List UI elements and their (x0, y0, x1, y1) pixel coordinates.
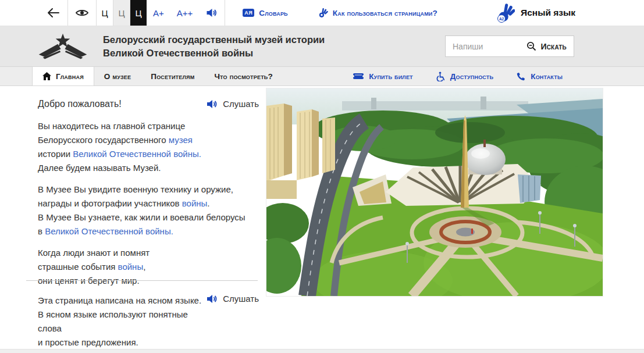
dictionary-ay-icon: АЯ (243, 9, 254, 17)
text-line: В Музее Вы увидите военную технику и ору… (38, 183, 259, 197)
site-header: Белорусский государственный музей истори… (0, 26, 644, 67)
read-aloud-button[interactable] (199, 0, 225, 26)
nav-actions: Купить билет Доступность Контакты (341, 67, 574, 85)
accessibility-link[interactable]: Доступность (425, 67, 505, 85)
nav-item-what-to-see[interactable]: Что посмотреть? (204, 67, 283, 85)
text-line: В ясном языке используют понятные слова (38, 308, 207, 336)
font-size-plus-plus-button[interactable]: A++ (170, 0, 200, 26)
text-line: Эта страница написана на ясном языке. (38, 294, 207, 308)
home-icon (42, 72, 51, 80)
speaker-icon (207, 294, 218, 304)
text-segment: Когда люди знают и помнят (38, 248, 150, 258)
listen-label: Слушать (223, 294, 259, 304)
text-segment: , (143, 262, 145, 272)
text-line: в Великой Отечественной войны. (38, 224, 259, 238)
listen-button-welcome[interactable]: Слушать (207, 99, 259, 109)
text-line: Белорусского государственного музея (38, 133, 259, 147)
text-segment: В Музее Вы увидите военную технику и ору… (38, 184, 233, 194)
accessibility-toolbar: Ц Ц Ц A+ A++ АЯ Словарь Как пользоваться… (0, 0, 644, 26)
site-title: Белорусский государственный музей истори… (103, 33, 325, 60)
contacts-link[interactable]: Контакты (505, 67, 574, 85)
nav-item-about[interactable]: О музее (94, 67, 141, 85)
inline-link[interactable]: музея (169, 135, 193, 145)
clear-language-paragraph: Эта страница написана на ясном языке.В я… (38, 294, 207, 353)
inline-link[interactable]: Великой Отечественной войны. (73, 149, 201, 159)
text-line: Вы находитесь на главной странице (38, 119, 259, 133)
clear-language-brand: А2 Ясный язык (497, 0, 575, 26)
text-segment: . (207, 198, 209, 208)
main-content: Добро пожаловать! Слушать Вы находитесь … (0, 86, 644, 349)
search-button-label: Искать (540, 42, 567, 51)
section-divider (26, 280, 258, 281)
nav-home-label: Главная (56, 72, 84, 81)
accessibility-label: Доступность (450, 72, 493, 81)
text-segment: Эта страница написана на ясном языке. (38, 295, 201, 305)
text-line: они ценят и берегут мир. (38, 274, 259, 288)
text-segment: Белорусского государственного (38, 135, 169, 145)
dictionary-link[interactable]: АЯ Словарь (233, 0, 297, 26)
text-line: страшные события войны, (38, 260, 259, 274)
nav-visitors-label: Посетителям (151, 72, 194, 81)
buy-ticket-link[interactable]: Купить билет (341, 67, 425, 85)
ok-hand-icon (318, 7, 328, 19)
memory-paragraph: Когда люди знают и помнятстрашные событи… (38, 246, 259, 288)
search-icon (526, 41, 536, 51)
text-segment: Далее будем называть Музей. (38, 163, 161, 173)
eye-icon (75, 8, 89, 17)
welcome-heading: Добро пожаловать! (38, 99, 122, 109)
text-line: В Музее Вы узнаете, как жили и воевали б… (38, 211, 259, 224)
clear-language-label: Ясный язык (521, 8, 575, 18)
buy-ticket-label: Купить билет (369, 72, 413, 81)
inline-link[interactable]: Великой Отечественной войны. (45, 226, 173, 236)
main-nav: Главная О музее Посетителям Что посмотре… (0, 67, 644, 86)
speaker-icon (206, 8, 218, 17)
museum-info-paragraph: В Музее Вы увидите военную технику и ору… (38, 183, 259, 238)
text-line: награды и фотографии участников войны. (38, 197, 259, 211)
back-arrow-icon (47, 7, 61, 19)
text-segment: в (38, 226, 45, 236)
text-column: Добро пожаловать! Слушать Вы находитесь … (38, 99, 259, 288)
wheelchair-icon (436, 72, 445, 81)
search-button[interactable]: Искать (526, 41, 567, 51)
help-label: Как пользоваться страницами? (333, 9, 437, 17)
back-button[interactable] (40, 0, 67, 26)
contrast-black-button[interactable]: Ц (130, 0, 147, 26)
clear-language-logo-icon: А2 (497, 3, 515, 23)
clear-language-badge: А2 (497, 15, 506, 23)
site-title-line2: Великой Отечественной войны (103, 47, 325, 60)
help-link[interactable]: Как пользоваться страницами? (309, 0, 447, 26)
nav-item-visitors[interactable]: Посетителям (141, 67, 204, 85)
contrast-white-button[interactable]: Ц (96, 0, 113, 26)
site-title-line1: Белорусский государственный музей истори… (103, 33, 325, 47)
ticket-icon (353, 73, 364, 80)
listen-label: Слушать (223, 99, 259, 109)
footer-edge (0, 349, 644, 353)
contacts-label: Контакты (531, 72, 563, 81)
nav-what-to-see-label: Что посмотреть? (214, 72, 273, 81)
visual-mode-button[interactable] (68, 0, 96, 26)
text-segment: страшные события (38, 262, 118, 272)
font-size-plus-button[interactable]: A+ (147, 0, 170, 26)
speaker-icon (207, 99, 218, 109)
text-line: истории Великой Отечественной войны. (38, 147, 259, 161)
museum-aerial-photo (266, 88, 603, 296)
toolbar-separator (225, 0, 225, 26)
text-segment: и простые предложения. (38, 337, 138, 347)
nav-item-home[interactable]: Главная (32, 67, 94, 85)
intro-paragraph: Вы находитесь на главной страницеБелорус… (38, 119, 259, 175)
text-segment: В ясном языке используют понятные слова (38, 309, 188, 333)
text-line: и простые предложения. (38, 336, 207, 350)
listen-button-clear-language[interactable]: Слушать (207, 294, 259, 304)
search-box: Искать (445, 35, 574, 57)
search-input[interactable] (453, 42, 526, 51)
inline-link[interactable]: войны (118, 262, 144, 272)
text-segment: награды и фотографии участников (38, 198, 182, 208)
inline-link[interactable]: войны (182, 198, 208, 208)
contrast-gray-button[interactable]: Ц (113, 0, 130, 26)
text-segment: истории (38, 149, 73, 159)
museum-star-logo (38, 31, 88, 62)
phone-icon (517, 72, 525, 81)
text-line: Когда люди знают и помнят (38, 246, 259, 260)
text-segment: В Музее Вы узнаете, как жили и воевали б… (38, 212, 245, 222)
nav-about-label: О музее (104, 72, 131, 81)
